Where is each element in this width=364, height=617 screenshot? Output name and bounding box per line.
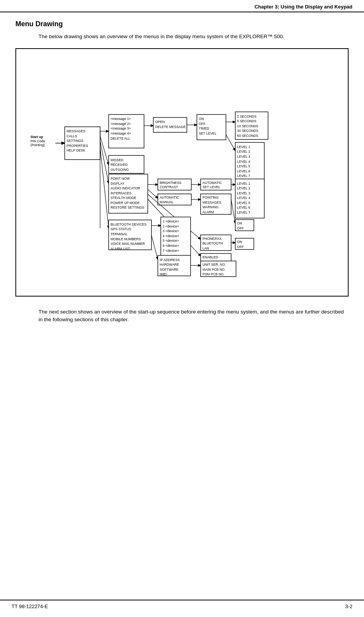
svg-text:AUTOMATIC: AUTOMATIC xyxy=(160,196,179,200)
svg-text:CONTRAST: CONTRAST xyxy=(160,185,178,189)
svg-text:OPEN: OPEN xyxy=(155,120,165,124)
svg-text:5 <device>: 5 <device> xyxy=(163,239,179,243)
svg-text:<message 4>: <message 4> xyxy=(111,131,131,135)
svg-line-48 xyxy=(100,141,109,184)
svg-line-74 xyxy=(148,189,158,198)
svg-text:ON: ON xyxy=(199,117,204,121)
svg-text:SETTINGS: SETTINGS xyxy=(67,139,84,143)
svg-line-84 xyxy=(231,199,235,223)
svg-text:HARDWARE: HARDWARE xyxy=(160,263,179,267)
svg-text:POINT NOW: POINT NOW xyxy=(111,177,130,180)
svg-line-34 xyxy=(226,135,235,151)
svg-text:LEVEL 2: LEVEL 2 xyxy=(237,150,250,154)
svg-text:<message 1>: <message 1> xyxy=(111,117,131,121)
diagram-container: Start up PIN Code (Pointing) MESSAGES CA… xyxy=(15,48,349,296)
svg-text:VOICE MAIL NUMBER: VOICE MAIL NUMBER xyxy=(111,242,145,246)
svg-text:<message 3>: <message 3> xyxy=(111,127,131,131)
svg-text:TIMED: TIMED xyxy=(199,127,209,131)
svg-text:6 <device>: 6 <device> xyxy=(163,244,179,248)
svg-text:5 SECONDS: 5 SECONDS xyxy=(237,119,257,123)
svg-text:INTERFACES: INTERFACES xyxy=(111,191,132,195)
svg-text:LEVEL 1: LEVEL 1 xyxy=(237,145,250,149)
svg-text:MESSAGES: MESSAGES xyxy=(67,129,86,133)
svg-text:LAN: LAN xyxy=(203,246,209,250)
svg-text:LEVEL 6: LEVEL 6 xyxy=(237,206,250,210)
svg-text:ON: ON xyxy=(237,221,242,225)
svg-text:POINTING: POINTING xyxy=(203,196,219,200)
page-footer: TT 98-122274-E 3-2 xyxy=(0,600,364,609)
svg-text:OFF: OFF xyxy=(237,226,244,230)
svg-text:STEALTH MODE: STEALTH MODE xyxy=(111,196,136,200)
svg-text:GPS STATUS: GPS STATUS xyxy=(111,228,131,231)
svg-text:LEVEL 3: LEVEL 3 xyxy=(237,191,250,195)
svg-text:BLUETOOTH DEVICES: BLUETOOTH DEVICES xyxy=(111,223,147,226)
svg-text:UNIT SER. NO.: UNIT SER. NO. xyxy=(203,263,226,267)
svg-text:TERMINAL: TERMINAL xyxy=(111,232,127,236)
footer-right: 3-2 xyxy=(345,604,352,609)
svg-text:MAIN PCB NO.: MAIN PCB NO. xyxy=(203,268,226,271)
svg-text:1 <device>: 1 <device> xyxy=(163,219,179,223)
svg-text:IMEI: IMEI xyxy=(160,273,167,276)
svg-text:Start up: Start up xyxy=(30,135,43,139)
svg-text:LEVEL 3: LEVEL 3 xyxy=(237,155,250,158)
svg-text:60 SECONDS: 60 SECONDS xyxy=(237,134,258,138)
svg-text:LEVEL 2: LEVEL 2 xyxy=(237,186,250,190)
svg-text:RESTORE SETTINGS: RESTORE SETTINGS xyxy=(111,206,144,210)
menu-diagram: Start up PIN Code (Pointing) MESSAGES CA… xyxy=(20,57,344,288)
svg-text:2 SECONDS: 2 SECONDS xyxy=(237,115,257,118)
svg-text:SET LEVEL: SET LEVEL xyxy=(199,131,216,135)
svg-text:3 <device>: 3 <device> xyxy=(163,229,179,233)
svg-text:LEVEL 4: LEVEL 4 xyxy=(237,160,250,164)
svg-text:OUTGOING: OUTGOING xyxy=(111,168,129,172)
svg-text:RECEIVED: RECEIVED xyxy=(111,163,127,167)
svg-text:4 <device>: 4 <device> xyxy=(163,234,179,238)
svg-text:WARNING: WARNING xyxy=(203,206,219,209)
svg-text:7 <device>: 7 <device> xyxy=(163,249,179,253)
svg-text:BRIGHTNESS: BRIGHTNESS xyxy=(160,181,182,185)
svg-text:10 SECONDS: 10 SECONDS xyxy=(237,124,258,128)
svg-text:LEVEL 1: LEVEL 1 xyxy=(237,182,250,185)
svg-text:ON: ON xyxy=(237,240,242,244)
outro-text: The next section shows an overview of th… xyxy=(39,308,349,324)
svg-text:ENABLED: ENABLED xyxy=(203,255,218,259)
svg-text:LEVEL 5: LEVEL 5 xyxy=(237,164,250,168)
svg-text:PHONE/FAX: PHONE/FAX xyxy=(203,237,222,241)
svg-text:(Pointing): (Pointing) xyxy=(30,143,45,147)
svg-text:DELETE ALL: DELETE ALL xyxy=(111,137,130,140)
svg-text:OFF: OFF xyxy=(237,245,244,249)
svg-text:LEVEL 7: LEVEL 7 xyxy=(237,211,250,214)
svg-text:BLUETOOTH: BLUETOOTH xyxy=(203,241,223,245)
page-header: Chapter 3: Using the Display and Keypad xyxy=(0,0,364,12)
svg-text:MISSED: MISSED xyxy=(111,158,123,162)
footer-left: TT 98-122274-E xyxy=(12,604,48,609)
header-title: Chapter 3: Using the Display and Keypad xyxy=(255,4,352,10)
svg-text:PSM PCB NO.: PSM PCB NO. xyxy=(203,273,225,276)
svg-text:ALARM LIST: ALARM LIST xyxy=(111,247,130,251)
svg-line-118 xyxy=(151,235,158,260)
svg-text:OFF: OFF xyxy=(199,122,205,126)
svg-text:SOFTWARE: SOFTWARE xyxy=(160,268,179,271)
section-title: Menu Drawing xyxy=(15,20,349,28)
svg-text:DELETE MESSAGE: DELETE MESSAGE xyxy=(155,125,186,129)
svg-text:DISPLAY: DISPLAY xyxy=(111,182,124,185)
svg-text:30 SECONDS: 30 SECONDS xyxy=(237,129,258,133)
svg-text:MANUAL: MANUAL xyxy=(160,200,174,204)
svg-text:PIN Code: PIN Code xyxy=(30,140,45,143)
svg-text:CALLS: CALLS xyxy=(67,134,77,138)
svg-text:LEVEL 6: LEVEL 6 xyxy=(237,169,250,173)
svg-text:<message 2>: <message 2> xyxy=(111,122,131,126)
svg-text:ALARM: ALARM xyxy=(203,210,214,214)
svg-text:POWER UP MODE: POWER UP MODE xyxy=(111,201,140,205)
svg-text:IP ADDRESS: IP ADDRESS xyxy=(160,258,180,262)
svg-text:SET LEVEL: SET LEVEL xyxy=(203,185,220,189)
intro-text: The below drawing shows an overview of t… xyxy=(39,33,349,40)
svg-text:MOBILE NUMBERS: MOBILE NUMBERS xyxy=(111,237,141,241)
svg-text:HELP DESK: HELP DESK xyxy=(67,149,86,153)
svg-line-101 xyxy=(100,147,109,228)
svg-text:AUTOMATIC: AUTOMATIC xyxy=(203,181,222,185)
svg-text:AUDIO INDICATOR: AUDIO INDICATOR xyxy=(111,186,140,190)
svg-text:MESSAGES: MESSAGES xyxy=(203,201,221,204)
svg-text:LEVEL 5: LEVEL 5 xyxy=(237,201,250,205)
svg-text:2 <device>: 2 <device> xyxy=(163,224,179,228)
svg-text:LEVEL 7: LEVEL 7 xyxy=(237,174,250,178)
